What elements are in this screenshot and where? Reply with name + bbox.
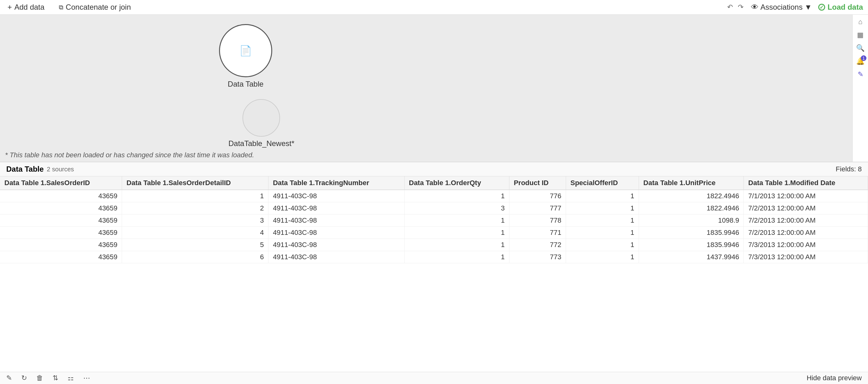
table-cell: 772 — [509, 239, 566, 251]
plus-icon: + — [7, 3, 12, 11]
table-cell: 1 — [122, 190, 269, 202]
data-panel-header: Data Table 2 sources Fields: 8 — [0, 162, 868, 177]
bottom-tools-group: ✎ ↻ 🗑 ⇅ ⚏ ⋯ — [6, 374, 90, 382]
table-cell: 7/2/2013 12:00:00 AM — [744, 227, 868, 239]
right-sidebar: ⌂ ▦ 🔍 1 🔔 ✎ — [852, 15, 868, 162]
table-column-header: Data Table 1.TrackingNumber — [269, 177, 405, 190]
notification-button[interactable]: 1 🔔 — [856, 57, 865, 65]
table-cell: 5 — [122, 239, 269, 251]
bottom-toolbar: ✎ ↻ 🗑 ⇅ ⚏ ⋯ Hide data preview — [0, 372, 868, 384]
toolbar-right: ↶ ↷ 👁 Associations ▼ ✓ Load data — [726, 2, 863, 12]
edit-tool-button[interactable]: ✎ — [6, 374, 12, 382]
search-button[interactable]: 🔍 — [856, 44, 865, 52]
table-icon: 📄 — [239, 45, 252, 57]
table-cell: 776 — [509, 190, 566, 202]
pen-button[interactable]: ✎ — [858, 70, 863, 78]
transform-tool-button[interactable]: ⇅ — [53, 374, 58, 382]
table-cell: 1 — [566, 215, 639, 227]
concat-join-button[interactable]: ⧉ Concatenate or join — [56, 2, 133, 13]
table-row: 4365964911-403C-98177311437.99467/3/2013… — [0, 251, 868, 263]
associations-icon: 👁 — [751, 3, 758, 11]
grid-button[interactable]: ▦ — [857, 31, 864, 39]
undo-button[interactable]: ↶ — [726, 2, 734, 12]
notification-badge: 1 — [861, 55, 866, 61]
load-data-icon: ✓ — [818, 4, 825, 11]
table-cell: 43659 — [0, 251, 122, 263]
table-cell: 1437.9946 — [639, 251, 744, 263]
load-data-button[interactable]: ✓ Load data — [818, 3, 863, 11]
associations-label: Associations — [761, 3, 803, 11]
sources-badge: 2 sources — [47, 166, 74, 173]
table-cell: 43659 — [0, 215, 122, 227]
data-table-newest-node[interactable]: DataTable_Newest* — [228, 99, 294, 148]
table-cell: 4 — [122, 227, 269, 239]
table-cell: 7/1/2013 12:00:00 AM — [744, 190, 868, 202]
table-cell: 3 — [122, 215, 269, 227]
concat-join-label: Concatenate or join — [66, 3, 131, 11]
table-column-header: Data Table 1.Modified Date — [744, 177, 868, 190]
canvas-area: 📄 Data Table DataTable_Newest* * This ta… — [0, 15, 868, 162]
delete-tool-button[interactable]: 🗑 — [36, 374, 43, 382]
data-table-newest-label: DataTable_Newest* — [228, 139, 294, 148]
table-cell: 43659 — [0, 202, 122, 215]
table-cell: 4911-403C-98 — [269, 251, 405, 263]
table-column-header: SpecialOfferID — [566, 177, 639, 190]
table-cell: 1 — [566, 202, 639, 215]
table-cell: 1 — [566, 190, 639, 202]
table-cell: 4911-403C-98 — [269, 239, 405, 251]
table-cell: 3 — [404, 202, 509, 215]
table-column-header: Data Table 1.SalesOrderID — [0, 177, 122, 190]
table-cell: 1 — [404, 251, 509, 263]
table-column-header: Data Table 1.OrderQty — [404, 177, 509, 190]
table-cell: 43659 — [0, 227, 122, 239]
table-cell: 771 — [509, 227, 566, 239]
associations-button[interactable]: 👁 Associations ▼ — [751, 3, 812, 11]
data-panel-title-group: Data Table 2 sources — [6, 165, 74, 173]
load-data-label: Load data — [828, 3, 863, 11]
filter-tool-button[interactable]: ⚏ — [68, 374, 74, 382]
data-table-circle[interactable]: 📄 — [219, 24, 272, 77]
table-row: 4365944911-403C-98177111835.99467/2/2013… — [0, 227, 868, 239]
redo-button[interactable]: ↷ — [737, 2, 745, 12]
table-cell: 1098.9 — [639, 215, 744, 227]
data-table-wrap: Data Table 1.SalesOrderIDData Table 1.Sa… — [0, 177, 868, 372]
data-table-label: Data Table — [228, 80, 264, 89]
table-cell: 1822.4946 — [639, 190, 744, 202]
toolbar-left: + Add data ⧉ Concatenate or join — [5, 2, 133, 13]
table-cell: 7/2/2013 12:00:00 AM — [744, 202, 868, 215]
table-row: 4365914911-403C-98177611822.49467/1/2013… — [0, 190, 868, 202]
data-table-node[interactable]: 📄 Data Table — [219, 24, 272, 89]
data-panel-title: Data Table — [6, 165, 44, 173]
table-cell: 1 — [566, 251, 639, 263]
add-data-label: Add data — [14, 3, 44, 11]
table-cell: 1835.9946 — [639, 239, 744, 251]
table-row: 4365934911-403C-98177811098.97/2/2013 12… — [0, 215, 868, 227]
dropdown-icon: ▼ — [804, 3, 812, 11]
table-cell: 1 — [404, 215, 509, 227]
table-cell: 1 — [566, 227, 639, 239]
toolbar: + Add data ⧉ Concatenate or join ↶ ↷ 👁 A… — [0, 0, 868, 15]
table-cell: 4911-403C-98 — [269, 202, 405, 215]
table-cell: 778 — [509, 215, 566, 227]
table-cell: 1 — [566, 239, 639, 251]
table-cell: 777 — [509, 202, 566, 215]
refresh-tool-button[interactable]: ↻ — [21, 374, 27, 382]
hide-preview-button[interactable]: Hide data preview — [807, 374, 862, 382]
table-cell: 1822.4946 — [639, 202, 744, 215]
table-cell: 43659 — [0, 239, 122, 251]
table-cell: 6 — [122, 251, 269, 263]
more-tool-button[interactable]: ⋯ — [83, 374, 90, 382]
data-table-newest-circle[interactable] — [243, 99, 280, 137]
undo-redo-group: ↶ ↷ — [726, 2, 745, 12]
table-cell: 4911-403C-98 — [269, 227, 405, 239]
table-cell: 7/3/2013 12:00:00 AM — [744, 239, 868, 251]
table-cell: 4911-403C-98 — [269, 215, 405, 227]
table-cell: 4911-403C-98 — [269, 190, 405, 202]
table-cell: 1 — [404, 190, 509, 202]
add-data-button[interactable]: + Add data — [5, 2, 47, 13]
table-column-header: Data Table 1.UnitPrice — [639, 177, 744, 190]
home-button[interactable]: ⌂ — [858, 18, 862, 26]
fields-count: Fields: 8 — [836, 165, 862, 173]
table-row: 4365954911-403C-98177211835.99467/3/2013… — [0, 239, 868, 251]
table-cell: 2 — [122, 202, 269, 215]
